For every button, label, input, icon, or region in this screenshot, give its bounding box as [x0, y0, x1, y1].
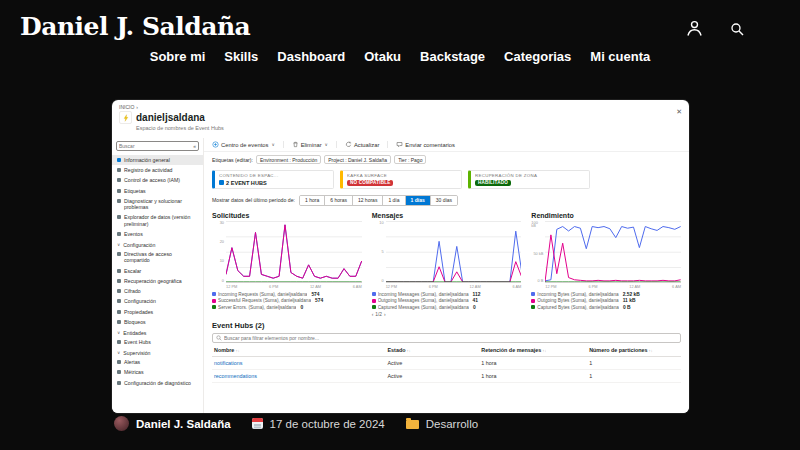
sidebar-item-explorador-de-datos-versi-n-preliminar[interactable]: Explorador de datos (versión preliminar): [112, 212, 203, 228]
cell-name: recommendations: [212, 369, 386, 382]
legend-label: Server Errors. (Suma), danieljsaldana: [218, 305, 296, 310]
site-logo[interactable]: Daniel J. Saldaña: [20, 12, 250, 41]
info-box-value: 2 EVENT HUBS: [226, 180, 267, 186]
legend-swatch: [212, 299, 216, 303]
nav-item-mi-cuenta[interactable]: Mi cuenta: [590, 49, 650, 64]
sidebar-item-label: Etiquetas: [124, 188, 146, 194]
period-1-hora[interactable]: 1 hora: [300, 196, 325, 205]
next-icon[interactable]: ›: [384, 312, 386, 317]
toolbar-centro-de-eventos[interactable]: Centro de eventos∨: [212, 141, 275, 148]
sidebar-search-input[interactable]: [119, 143, 191, 149]
tag-chip-environment-producci-n[interactable]: Environment : Producción: [256, 155, 321, 164]
cell: Active: [386, 369, 480, 382]
sidebar-item-label: Control de acceso (IAM): [124, 177, 180, 183]
sidebar-item-propiedades[interactable]: Propiedades: [112, 307, 203, 317]
sidebar-item-alertas[interactable]: Alertas: [112, 357, 203, 367]
sidebar-section-supervisi-n[interactable]: ∨Supervisión: [112, 347, 203, 357]
period-30-d-as[interactable]: 30 días: [431, 196, 457, 205]
hub-name-link[interactable]: notifications: [214, 360, 242, 366]
sidebar-item-configuraci-n-de-diagn-stico[interactable]: Configuración de diagnóstico: [112, 378, 203, 388]
nav-item-sobre-mi[interactable]: Sobre mi: [150, 49, 206, 64]
legend-pager[interactable]: ‹1/2›: [372, 312, 522, 317]
chart-area: 3020100: [212, 221, 362, 283]
sidebar-item-label: Escalar: [124, 268, 141, 274]
period-1-d-as[interactable]: 1 días: [406, 196, 431, 205]
legend-swatch: [531, 299, 535, 303]
nav-item-dashboard[interactable]: Dashboard: [277, 49, 345, 64]
tags-label[interactable]: Etiquetas (editar):: [212, 157, 253, 163]
sidebar-item-recuperaci-n-geogr-fica[interactable]: Recuperación geográfica: [112, 276, 203, 286]
sidebar-item-escalar[interactable]: Escalar: [112, 266, 203, 276]
cell: 1 hora: [479, 369, 587, 382]
sidebar-search[interactable]: «: [116, 141, 199, 151]
nav-item-backstage[interactable]: Backstage: [420, 49, 485, 64]
period-label: Mostrar datos del último período de:: [212, 197, 295, 203]
info-box-value-row: 2 EVENT HUBS: [219, 180, 329, 186]
legend-item: Successful Requests (Suma), danieljsalda…: [212, 298, 362, 303]
y-axis-labels: 100 kB50 kB0 B: [531, 221, 545, 283]
breadcrumb-text[interactable]: INICIO: [119, 104, 134, 110]
period-6-horas[interactable]: 6 horas: [325, 196, 353, 205]
toolbar-enviar-comentarios[interactable]: Enviar comentarios: [387, 141, 455, 148]
legend-item: Captured Bytes (Suma), danieljsaldana0 B: [531, 305, 681, 310]
sidebar-section-configuraci-n[interactable]: ∨Configuración: [112, 239, 203, 249]
sidebar-item-configuraci-n[interactable]: Configuración: [112, 296, 203, 306]
sidebar-item-registro-de-actividad[interactable]: Registro de actividad: [112, 165, 203, 175]
sidebar-section-entidades[interactable]: ∨Entidades: [112, 327, 203, 337]
cell-value: Active: [388, 360, 403, 366]
sidebar-item-etiquetas[interactable]: Etiquetas: [112, 186, 203, 196]
avatar[interactable]: [114, 416, 129, 431]
period-12-horas[interactable]: 12 horas: [353, 196, 383, 205]
legend-label: Incoming Bytes (Suma), danieljsaldana: [537, 292, 618, 297]
tags-chips: Environment : ProducciónProject : Daniel…: [256, 155, 426, 164]
sidebar-item-directivas-de-acceso-compartido[interactable]: Directivas de acceso compartido: [112, 249, 203, 265]
hub-name-link[interactable]: recommendations: [214, 373, 257, 379]
sidebar-item-icon: [117, 178, 121, 182]
column-header-n-mero-de-particiones[interactable]: Número de particiones↑↓: [587, 345, 681, 357]
toolbar-actualizar[interactable]: Actualizar: [336, 141, 379, 148]
sidebar-item-event-hubs[interactable]: Event Hubs: [112, 337, 203, 347]
profile-icon[interactable]: [684, 18, 705, 39]
event-hubs-search-input[interactable]: [224, 335, 677, 341]
sidebar-item-bloqueos[interactable]: Bloqueos: [112, 317, 203, 327]
sidebar-item-informaci-n-general[interactable]: Información general: [112, 155, 203, 165]
legend-label: Incoming Requests (Suma), danieljsaldana: [218, 292, 307, 297]
prev-icon[interactable]: ‹: [372, 312, 374, 317]
sidebar-item-eventos[interactable]: Eventos: [112, 229, 203, 239]
tag-chip-tier-pago[interactable]: Tier : Pago: [394, 155, 426, 164]
nav-item-otaku[interactable]: Otaku: [364, 49, 401, 64]
info-box-contenido-de-espac: CONTENIDO DE ESPAC...2 EVENT HUBS: [212, 170, 334, 189]
sidebar-item-label: Configuración: [124, 298, 156, 304]
nav-item-categorias[interactable]: Categorias: [504, 49, 571, 64]
header-icons: [684, 18, 745, 39]
sidebar-item-control-de-acceso-iam[interactable]: Control de acceso (IAM): [112, 175, 203, 185]
sidebar-item-diagnosticar-y-solucionar-problemas[interactable]: Diagnosticar y solucionar problemas: [112, 196, 203, 212]
close-icon[interactable]: ✕: [676, 108, 682, 116]
nav-item-skills[interactable]: Skills: [224, 49, 258, 64]
sidebar-item-label: Directivas de acceso compartido: [124, 251, 198, 263]
info-box-value-row: NO COMPATIBLE: [347, 180, 457, 186]
chevron-right-icon: ›: [136, 104, 138, 110]
y-tick-label: 30: [220, 221, 224, 225]
event-hubs-search[interactable]: [212, 333, 681, 343]
sidebar-item-icon: [117, 289, 121, 293]
author-name[interactable]: Daniel J. Saldaña: [136, 418, 231, 430]
sidebar-item-cifrado[interactable]: Cifrado: [112, 286, 203, 296]
period-1-d-a[interactable]: 1 día: [383, 196, 405, 205]
column-header-nombre[interactable]: Nombre↑↓: [212, 345, 386, 357]
column-header-estado[interactable]: Estado↑↓: [386, 345, 480, 357]
x-axis-labels: 12 PM6 PM12 AM6 AM: [372, 284, 522, 289]
tag-chip-project-daniel-j-salda-a[interactable]: Project : Daniel J. Saldaña: [324, 155, 391, 164]
collapse-icon[interactable]: «: [193, 144, 196, 149]
status-badge: NO COMPATIBLE: [347, 180, 393, 186]
column-header-retenci-n-de-mensajes[interactable]: Retención de mensajes↑↓: [479, 345, 587, 357]
legend-item: Outgoing Bytes (Suma), danieljsaldana11 …: [531, 298, 681, 303]
y-tick-label: 10: [379, 221, 383, 225]
post-category[interactable]: Desarrollo: [426, 418, 478, 430]
sort-icon: ↑↓: [649, 348, 653, 353]
sidebar-item-m-tricas[interactable]: Métricas: [112, 367, 203, 377]
y-tick-label: 100 kB: [531, 221, 543, 229]
chart-title: Rendimiento: [531, 212, 681, 219]
search-icon[interactable]: [729, 21, 745, 37]
toolbar-eliminar[interactable]: Eliminar∨: [283, 141, 328, 148]
